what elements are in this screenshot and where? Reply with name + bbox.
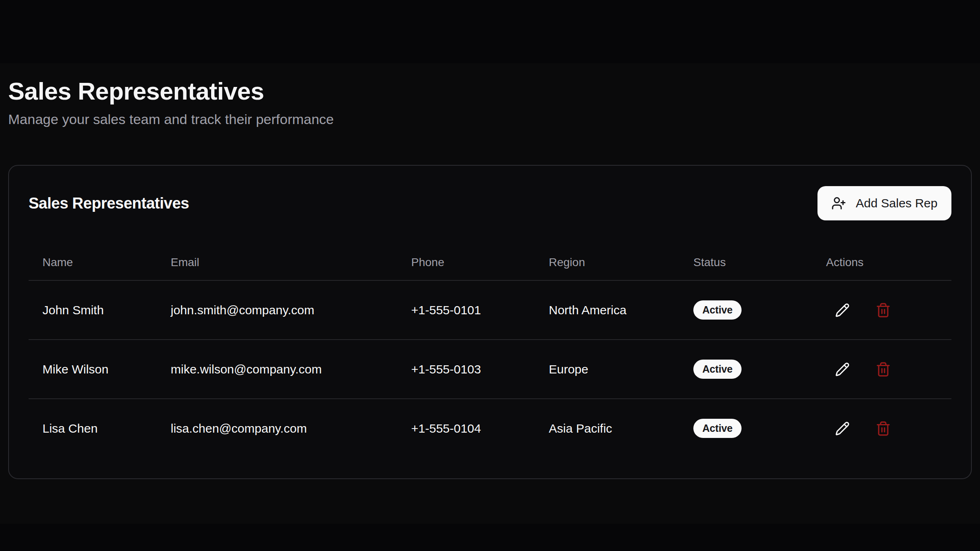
- card-title: Sales Representatives: [29, 195, 189, 212]
- pencil-icon: [835, 421, 850, 436]
- rep-phone: +1-555-0101: [397, 280, 535, 340]
- add-sales-rep-label: Add Sales Rep: [856, 196, 938, 210]
- status-badge: Active: [693, 419, 742, 438]
- trash-icon: [875, 421, 891, 436]
- table-row: John Smith john.smith@company.com +1-555…: [29, 280, 951, 340]
- column-header-email: Email: [157, 245, 397, 280]
- table-header-row: Name Email Phone Region Status Actions: [29, 245, 951, 280]
- status-badge: Active: [693, 360, 742, 379]
- table-row: Mike Wilson mike.wilson@company.com +1-5…: [29, 340, 951, 399]
- delete-button[interactable]: [867, 353, 900, 386]
- edit-button[interactable]: [826, 412, 859, 445]
- rep-region: Europe: [535, 340, 679, 399]
- row-actions: [826, 412, 951, 445]
- table-row: Lisa Chen lisa.chen@company.com +1-555-0…: [29, 399, 951, 458]
- row-actions: [826, 353, 951, 386]
- rep-name: Lisa Chen: [29, 399, 157, 458]
- column-header-phone: Phone: [397, 245, 535, 280]
- edit-button[interactable]: [826, 353, 859, 386]
- page-subtitle: Manage your sales team and track their p…: [8, 111, 972, 128]
- column-header-status: Status: [679, 245, 812, 280]
- column-header-region: Region: [535, 245, 679, 280]
- rep-name: Mike Wilson: [29, 340, 157, 399]
- sales-reps-table: Name Email Phone Region Status Actions J…: [29, 245, 951, 458]
- pencil-icon: [835, 303, 850, 318]
- trash-icon: [875, 362, 891, 377]
- pencil-icon: [835, 362, 850, 377]
- status-badge: Active: [693, 300, 742, 320]
- rep-region: North America: [535, 280, 679, 340]
- delete-button[interactable]: [867, 294, 900, 327]
- rep-email: lisa.chen@company.com: [157, 399, 397, 458]
- sales-reps-card: Sales Representatives Add Sales Rep: [8, 165, 972, 479]
- page: Sales Representatives Manage your sales …: [0, 0, 980, 551]
- row-actions: [826, 294, 951, 327]
- rep-phone: +1-555-0104: [397, 399, 535, 458]
- column-header-actions: Actions: [812, 245, 951, 280]
- rep-email: john.smith@company.com: [157, 280, 397, 340]
- rep-email: mike.wilson@company.com: [157, 340, 397, 399]
- user-plus-icon: [831, 196, 846, 211]
- page-title: Sales Representatives: [8, 78, 972, 105]
- rep-region: Asia Pacific: [535, 399, 679, 458]
- edit-button[interactable]: [826, 294, 859, 327]
- column-header-name: Name: [29, 245, 157, 280]
- delete-button[interactable]: [867, 412, 900, 445]
- card-header: Sales Representatives Add Sales Rep: [29, 186, 951, 220]
- table-body: John Smith john.smith@company.com +1-555…: [29, 280, 951, 458]
- trash-icon: [875, 302, 891, 318]
- add-sales-rep-button[interactable]: Add Sales Rep: [817, 186, 951, 220]
- rep-name: John Smith: [29, 280, 157, 340]
- rep-phone: +1-555-0103: [397, 340, 535, 399]
- main-content: Sales Representatives Manage your sales …: [0, 63, 980, 524]
